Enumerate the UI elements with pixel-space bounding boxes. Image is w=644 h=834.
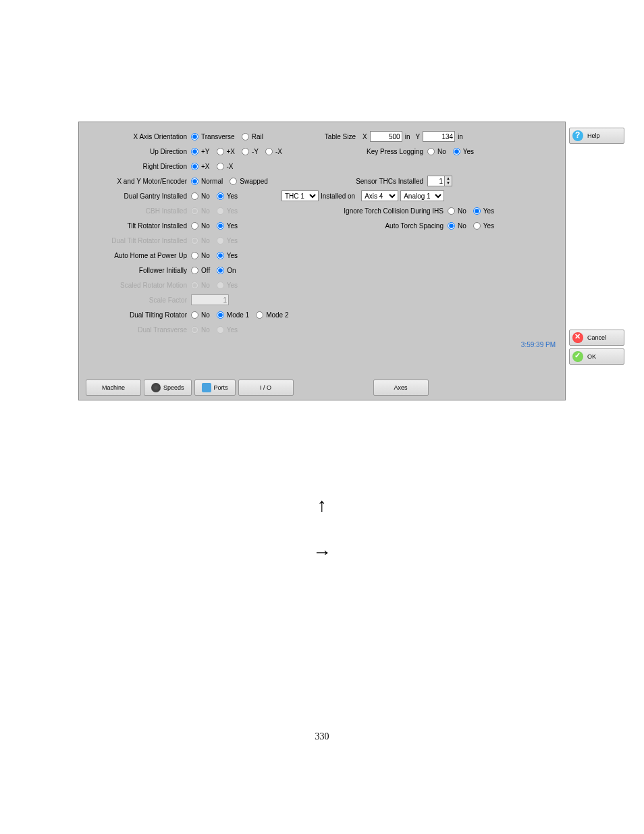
spin-up-icon[interactable]: ▲ [445,176,452,181]
cbh-installed-label: CBH Installed [86,207,191,215]
help-label: Help [587,132,600,139]
radio-itc-yes[interactable]: Yes [473,207,494,215]
x-unit: in [402,133,413,140]
table-y-input[interactable] [423,131,455,142]
radio-minus-y[interactable]: -Y [242,148,259,155]
machine-tab-label: Machine [102,384,125,391]
radio-plus-x-right[interactable]: +X [191,163,210,170]
ports-tab-button[interactable]: Ports [194,380,236,396]
radio-follower-on[interactable]: On [217,267,236,274]
axes-tab-label: Axes [394,384,408,391]
ignore-torch-collision-label: Ignore Torch Collision During IHS [308,207,448,215]
radio-dtr2-no[interactable]: No [191,311,210,319]
sensor-thcs-row: Sensor THCs Installed ▲ ▼ [308,174,558,188]
radio-dtrans-yes: Yes [217,326,238,334]
ok-icon [572,351,583,362]
tilt-rotator-label: Tilt Rotator Installed [86,222,191,230]
analog-select[interactable]: Analog 1 [400,190,444,201]
arrow-annotations: ↑ → [0,481,644,576]
radio-kpl-no[interactable]: No [427,148,446,155]
cancel-button[interactable]: Cancel [569,330,624,346]
bottom-nav-bar: Machine Speeds Ports I / O Axes [86,377,558,398]
spin-down-icon[interactable]: ▼ [445,181,452,186]
radio-minus-x-up[interactable]: -X [265,148,282,155]
y-label: Y [412,133,423,140]
auto-torch-spacing-label: Auto Torch Spacing [308,222,448,230]
follower-initially-label: Follower Initially [86,267,191,274]
scale-factor-label: Scale Factor [86,296,191,304]
table-x-input[interactable] [370,131,402,142]
radio-plus-x-up[interactable]: +X [217,148,236,155]
speeds-tab-label: Speeds [163,384,184,391]
key-press-logging-row: Key Press Logging No Yes [308,144,558,159]
speeds-icon [151,383,161,392]
sensor-thcs-label: Sensor THCs Installed [308,178,427,185]
radio-transverse[interactable]: Transverse [191,133,235,140]
radio-itc-no[interactable]: No [448,207,466,215]
axes-tab-button[interactable]: Axes [373,380,429,396]
radio-rail[interactable]: Rail [242,133,263,140]
machine-setup-dialog: Help Cancel OK X Axis Orientation Transv… [78,122,566,400]
up-arrow-icon: ↑ [0,481,644,529]
key-press-logging-label: Key Press Logging [308,148,427,155]
speeds-tab-button[interactable]: Speeds [144,380,192,396]
table-size-row: Table Size X in Y in [308,129,558,144]
tilt-rotator-row: Tilt Rotator Installed No Yes [86,218,295,233]
right-direction-label: Right Direction [86,163,191,170]
page-number: 330 [0,731,644,742]
installed-on-label: Installed on [321,192,359,200]
radio-dtr2-mode2[interactable]: Mode 2 [256,311,288,319]
io-tab-button[interactable]: I / O [238,380,294,396]
radio-cbh-no: No [191,207,210,215]
follower-initially-row: Follower Initially Off On [86,263,295,278]
thc-select[interactable]: THC 1 [281,190,319,201]
dual-gantry-row: Dual Gantry Installed No Yes [86,188,295,203]
dual-gantry-label: Dual Gantry Installed [86,192,191,200]
io-tab-label: I / O [260,384,271,391]
dual-tilt-rotator-row: Dual Tilt Rotator Installed No Yes [86,233,295,248]
cancel-icon [572,332,583,343]
radio-dtr2-mode1[interactable]: Mode 1 [217,311,249,319]
up-direction-row: Up Direction +Y +X -Y -X [86,144,295,159]
cbh-installed-row: CBH Installed No Yes [86,203,295,218]
machine-tab-button[interactable]: Machine [86,380,141,396]
dual-transverse-label: Dual Transverse [86,326,191,334]
right-arrow-icon: → [0,529,644,576]
radio-autohome-yes[interactable]: Yes [217,252,238,259]
scaled-rotator-label: Scaled Rotator Motion [86,282,191,289]
motor-encoder-label: X and Y Motor/Encoder [86,178,191,185]
radio-follower-off[interactable]: Off [191,267,210,274]
radio-dtr-no: No [191,237,210,244]
radio-ats-no[interactable]: No [448,222,466,230]
ignore-torch-collision-row: Ignore Torch Collision During IHS No Yes [308,203,558,218]
auto-torch-spacing-row: Auto Torch Spacing No Yes [308,218,558,233]
help-button[interactable]: Help [569,128,624,144]
radio-srm-no: No [191,282,210,289]
y-unit: in [455,133,466,140]
sensor-thcs-spinner[interactable]: ▲ ▼ [427,176,452,186]
dual-tilt-rotator-label: Dual Tilt Rotator Installed [86,237,191,244]
x-axis-orientation-row: X Axis Orientation Transverse Rail [86,129,295,144]
right-direction-row: Right Direction +X -X [86,159,295,174]
dual-transverse-row: Dual Transverse No Yes [86,322,295,337]
radio-dtrans-no: No [191,326,210,334]
radio-swapped[interactable]: Swapped [230,178,268,185]
radio-cbh-yes: Yes [217,207,238,215]
radio-autohome-no[interactable]: No [191,252,210,259]
axis-select[interactable]: Axis 4 [361,190,398,201]
radio-normal[interactable]: Normal [191,178,223,185]
radio-tiltrot-no[interactable]: No [191,222,210,230]
radio-srm-yes: Yes [217,282,238,289]
radio-plus-y[interactable]: +Y [191,148,210,155]
radio-minus-x-right[interactable]: -X [217,163,234,170]
radio-tiltrot-yes[interactable]: Yes [217,222,238,230]
dual-tilting-rotator-row: Dual Tilting Rotator No Mode 1 Mode 2 [86,307,295,322]
ports-tab-label: Ports [214,384,228,391]
help-icon [572,130,583,141]
radio-dualgantry-no[interactable]: No [191,192,210,200]
radio-dualgantry-yes[interactable]: Yes [217,192,238,200]
ok-button[interactable]: OK [569,348,624,365]
radio-ats-yes[interactable]: Yes [473,222,494,230]
radio-kpl-yes[interactable]: Yes [453,148,474,155]
sensor-thcs-input[interactable] [428,177,444,185]
